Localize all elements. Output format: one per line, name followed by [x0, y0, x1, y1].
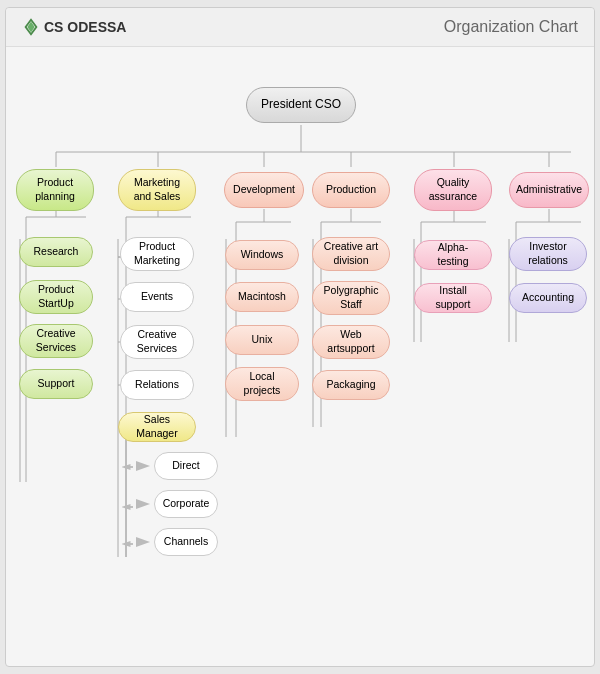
logo-icon [22, 18, 40, 36]
node-production: Production [312, 172, 390, 208]
arrow-direct-icon [136, 461, 150, 471]
node-investor-relations: Investorrelations [509, 237, 587, 271]
page: CS ODESSA Organization Chart [5, 7, 595, 667]
node-corporate-container: Corporate [136, 490, 218, 518]
node-corporate: Corporate [154, 490, 218, 518]
node-quality-assurance: Qualityassurance [414, 169, 492, 211]
svg-marker-72 [136, 537, 150, 547]
arrow-channels-icon [136, 537, 150, 547]
svg-marker-71 [136, 499, 150, 509]
node-install-support: Install support [414, 283, 492, 313]
header-title: Organization Chart [444, 18, 578, 36]
arrow-corporate-icon [136, 499, 150, 509]
node-product-marketing: ProductMarketing [120, 237, 194, 271]
node-direct: Direct [154, 452, 218, 480]
node-relations: Relations [120, 370, 194, 400]
node-creative-services2: CreativeServices [120, 325, 194, 359]
node-sales-manager: Sales Manager [118, 412, 196, 442]
node-support: Support [19, 369, 93, 399]
node-macintosh: Macintosh [225, 282, 299, 312]
header: CS ODESSA Organization Chart [6, 8, 594, 47]
node-local-projects: Localprojects [225, 367, 299, 401]
node-channels-container: Channels [136, 528, 218, 556]
node-direct-container: Direct [136, 452, 218, 480]
node-product-startup: ProductStartUp [19, 280, 93, 314]
node-polygraphic: PolygraphicStaff [312, 281, 390, 315]
node-marketing-sales: Marketingand Sales [118, 169, 196, 211]
node-events: Events [120, 282, 194, 312]
node-president: President CSO [246, 87, 356, 123]
node-development: Development [224, 172, 304, 208]
node-creative-art: Creative artdivision [312, 237, 390, 271]
node-accounting: Accounting [509, 283, 587, 313]
node-packaging: Packaging [312, 370, 390, 400]
logo-text: CS ODESSA [44, 19, 126, 35]
org-chart-lines [6, 47, 594, 647]
node-unix: Unix [225, 325, 299, 355]
node-windows: Windows [225, 240, 299, 270]
svg-marker-70 [136, 461, 150, 471]
node-administrative: Administrative [509, 172, 589, 208]
node-web-art: Webartsupport [312, 325, 390, 359]
node-product-planning: Productplanning [16, 169, 94, 211]
logo: CS ODESSA [22, 18, 126, 36]
node-research: Research [19, 237, 93, 267]
node-creative-services: CreativeServices [19, 324, 93, 358]
chart-area: President CSO Productplanning Marketinga… [6, 47, 594, 647]
node-channels: Channels [154, 528, 218, 556]
node-alpha-testing: Alpha-testing [414, 240, 492, 270]
